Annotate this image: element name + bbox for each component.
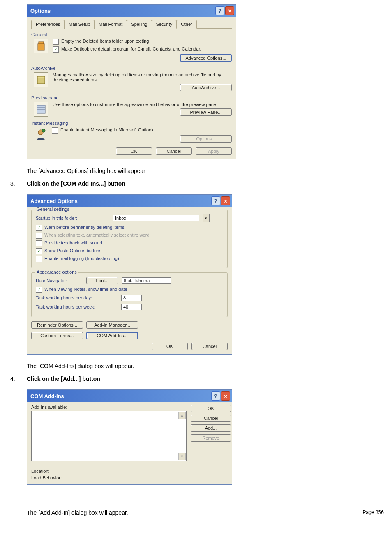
tabstrip: Preferences Mail Setup Mail Format Spell… xyxy=(31,19,232,29)
body-text: The [COM Add-Ins] dialog box will appear… xyxy=(27,363,388,369)
autoarchive-button[interactable]: AutoArchive... xyxy=(180,84,232,91)
body-text: The [Add Add-In] dialog box will appear. xyxy=(27,509,128,516)
group-general: General Empty the Deleted Items folder u… xyxy=(31,32,232,62)
warn-delete-label: Warn before permanently deleting items xyxy=(44,225,125,230)
svg-rect-1 xyxy=(39,42,44,44)
mail-logging-label: Enable mail logging (troubleshooting) xyxy=(44,256,119,261)
notes-time-checkbox[interactable] xyxy=(36,287,42,293)
group-preview-pane: Preview pane Use these options to custom… xyxy=(31,95,232,117)
enable-im-label: Enable Instant Messaging in Microsoft Ou… xyxy=(60,127,154,132)
hours-day-input[interactable]: 8 xyxy=(121,295,142,301)
recycle-bin-icon xyxy=(34,39,48,53)
body-text: The [Advanced Options] dialog box will a… xyxy=(27,168,388,174)
cancel-button[interactable]: Cancel xyxy=(156,147,192,155)
paste-options-checkbox[interactable] xyxy=(36,248,42,254)
help-icon[interactable]: ? xyxy=(215,6,224,15)
apply-button[interactable]: Apply xyxy=(196,147,232,155)
close-icon[interactable]: × xyxy=(225,6,234,15)
titlebar-title: COM Add-Ins xyxy=(30,393,210,399)
legend: Appearance options xyxy=(35,269,78,274)
add-button[interactable]: Add... xyxy=(191,424,231,432)
step-3: 3. Click on the [COM Add-Ins...] button xyxy=(10,180,388,187)
mail-logging-checkbox[interactable] xyxy=(36,256,42,262)
group-autoarchive: AutoArchive Manages mailbox size by dele… xyxy=(31,66,232,91)
com-addins-button[interactable]: COM Add-Ins... xyxy=(86,332,138,339)
hours-week-input[interactable]: 40 xyxy=(121,304,142,310)
svg-point-8 xyxy=(42,129,45,132)
cancel-button[interactable]: Cancel xyxy=(191,415,231,422)
empty-deleted-label: Empty the Deleted Items folder upon exit… xyxy=(61,39,149,44)
preview-pane-button[interactable]: Preview Pane... xyxy=(180,108,232,116)
advanced-options-dialog: Advanced Options ? × General settings St… xyxy=(27,194,232,355)
close-icon[interactable]: × xyxy=(221,391,230,401)
svg-rect-0 xyxy=(38,44,44,50)
group-instant-messaging: Instant Messaging Enable Instant Messagi… xyxy=(31,121,232,143)
load-behavior-label: Load Behavior: xyxy=(31,475,228,480)
tab-other[interactable]: Other xyxy=(176,20,197,29)
ok-button[interactable]: OK xyxy=(191,405,231,412)
legend: General xyxy=(31,32,232,37)
legend: Instant Messaging xyxy=(31,121,232,126)
scroll-up-icon[interactable]: ▲ xyxy=(178,412,186,419)
ok-button[interactable]: OK xyxy=(116,147,152,155)
dialog-body: Add-Ins available: ▲ ▼ OK Cancel Add... … xyxy=(27,402,232,484)
remove-button[interactable]: Remove xyxy=(191,434,231,442)
cancel-button[interactable]: Cancel xyxy=(191,343,228,350)
step-number: 3. xyxy=(10,180,27,187)
tab-preferences[interactable]: Preferences xyxy=(31,20,65,29)
feedback-sound-label: Provide feedback with sound xyxy=(44,240,102,245)
preview-desc: Use these options to customize the appea… xyxy=(53,102,232,107)
titlebar: Advanced Options ? × xyxy=(27,195,232,207)
custom-forms-button[interactable]: Custom Forms... xyxy=(31,332,83,339)
warn-delete-checkbox[interactable] xyxy=(36,225,42,231)
make-default-label: Make Outlook the default program for E-m… xyxy=(61,46,201,51)
titlebar-title: Advanced Options xyxy=(30,198,210,204)
location-label: Location: xyxy=(31,469,228,474)
svg-rect-2 xyxy=(37,78,45,84)
startup-folder-value[interactable]: Inbox xyxy=(113,215,199,221)
font-display: 8 pt. Tahoma xyxy=(122,277,171,284)
addins-listbox[interactable]: ▲ ▼ xyxy=(31,411,187,461)
empty-deleted-checkbox[interactable] xyxy=(53,39,59,45)
step-number: 4. xyxy=(10,375,27,382)
titlebar: COM Add-Ins ? × xyxy=(27,390,232,402)
scroll-down-icon[interactable]: ▼ xyxy=(178,453,186,460)
legend: General settings xyxy=(35,207,71,212)
preview-pane-icon xyxy=(34,102,48,117)
help-icon[interactable]: ? xyxy=(211,391,220,401)
enable-im-checkbox[interactable] xyxy=(52,127,58,134)
advanced-options-button[interactable]: Advanced Options... xyxy=(180,54,232,62)
tab-spelling[interactable]: Spelling xyxy=(127,20,152,29)
select-word-label: When selecting text, automatically selec… xyxy=(44,233,150,237)
ok-button[interactable]: OK xyxy=(152,343,188,350)
dropdown-caret-icon[interactable]: ▼ xyxy=(203,214,210,222)
titlebar: Options ? × xyxy=(27,5,236,17)
dialog-body: General settings Startup in this folder:… xyxy=(27,207,232,354)
svg-rect-3 xyxy=(37,76,45,78)
im-person-icon xyxy=(34,127,48,141)
reminder-options-button[interactable]: Reminder Options... xyxy=(31,321,83,329)
font-button[interactable]: Font... xyxy=(86,277,118,284)
close-icon[interactable]: × xyxy=(221,196,230,205)
im-options-button[interactable]: Options... xyxy=(180,135,232,143)
titlebar-title: Options xyxy=(30,8,214,14)
group-general-settings: General settings Startup in this folder:… xyxy=(31,210,228,268)
options-dialog: Options ? × Preferences Mail Setup Mail … xyxy=(27,4,236,159)
step-instruction: Click on the [Add...] button xyxy=(27,375,100,382)
help-icon[interactable]: ? xyxy=(211,196,220,205)
feedback-sound-checkbox[interactable] xyxy=(36,240,42,246)
addins-available-label: Add-Ins available: xyxy=(31,405,187,410)
dialog-body: Preferences Mail Setup Mail Format Spell… xyxy=(27,17,236,159)
tab-mail-setup[interactable]: Mail Setup xyxy=(64,20,95,29)
tab-security[interactable]: Security xyxy=(152,20,177,29)
tab-mail-format[interactable]: Mail Format xyxy=(94,20,127,29)
make-default-checkbox[interactable] xyxy=(53,46,59,53)
select-word-checkbox[interactable] xyxy=(36,233,42,239)
addin-manager-button[interactable]: Add-In Manager... xyxy=(86,321,138,329)
startup-folder-label: Startup in this folder: xyxy=(36,216,110,221)
group-appearance: Appearance options Date Navigator: Font.… xyxy=(31,272,228,317)
legend: AutoArchive xyxy=(31,66,232,71)
step-instruction: Click on the [COM Add-Ins...] button xyxy=(27,180,125,187)
hours-day-label: Task working hours per day: xyxy=(36,295,118,300)
hours-week-label: Task working hours per week: xyxy=(36,304,118,309)
